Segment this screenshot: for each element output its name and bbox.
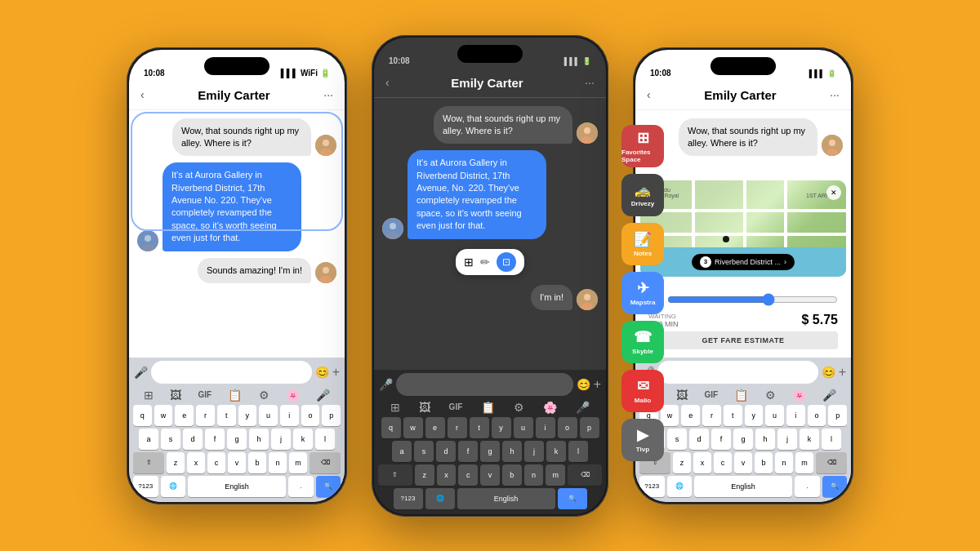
key-w-2[interactable]: w: [403, 417, 423, 438]
key-g-3[interactable]: g: [733, 429, 753, 450]
key-p-3[interactable]: p: [828, 405, 847, 426]
key-z[interactable]: z: [167, 452, 185, 473]
key-s[interactable]: s: [161, 429, 180, 450]
key-b-3[interactable]: b: [755, 452, 773, 473]
key-period-3[interactable]: .: [795, 476, 820, 497]
sticker-icon-2[interactable]: 🌸: [543, 401, 557, 414]
key-g-2[interactable]: g: [480, 441, 500, 462]
key-shift[interactable]: ⇧: [133, 452, 164, 473]
key-d-3[interactable]: d: [689, 429, 709, 450]
more-icon-2[interactable]: ···: [585, 76, 595, 89]
key-e-2[interactable]: e: [425, 417, 445, 438]
gif-icon-3[interactable]: GIF: [704, 390, 718, 399]
key-h-3[interactable]: h: [755, 429, 775, 450]
clip-icon-2[interactable]: 📋: [481, 401, 495, 414]
key-t[interactable]: t: [217, 405, 236, 426]
key-x-3[interactable]: x: [693, 452, 711, 473]
key-u-2[interactable]: u: [514, 417, 533, 438]
key-globe-3[interactable]: 🌐: [667, 476, 693, 497]
key-y-2[interactable]: y: [492, 417, 511, 438]
key-z-2[interactable]: z: [415, 464, 434, 486]
key-e[interactable]: e: [175, 405, 194, 426]
key-m-3[interactable]: m: [795, 452, 813, 473]
key-o-3[interactable]: o: [808, 405, 826, 426]
key-space-3[interactable]: English: [694, 476, 792, 497]
sticker-icon-3[interactable]: 🌸: [792, 389, 806, 402]
sticker-icon-1[interactable]: 🌸: [286, 389, 300, 402]
action-btn-clipboard[interactable]: ⊡: [497, 252, 516, 272]
mic-icon-2[interactable]: 🎤: [379, 378, 393, 391]
back-icon-1[interactable]: ‹: [140, 88, 145, 101]
mic2-icon-1[interactable]: 🎤: [316, 389, 330, 402]
key-v-3[interactable]: v: [734, 452, 752, 473]
key-delete-3[interactable]: ⌫: [816, 452, 847, 473]
key-v[interactable]: v: [228, 452, 246, 473]
back-icon-3[interactable]: ‹: [647, 88, 651, 101]
key-f[interactable]: f: [205, 429, 225, 450]
key-n-2[interactable]: n: [524, 464, 544, 486]
key-123-2[interactable]: ?123: [394, 488, 423, 509]
key-y-3[interactable]: y: [745, 405, 764, 426]
fare-slider[interactable]: [667, 293, 838, 306]
dock-skyble[interactable]: ☎ Skyble: [621, 321, 664, 363]
more-icon-1[interactable]: ···: [323, 88, 333, 101]
mic-icon-1[interactable]: 🎤: [134, 366, 148, 379]
gif-icon-1[interactable]: GIF: [198, 390, 212, 399]
key-delete[interactable]: ⌫: [310, 452, 341, 473]
dock-mapstra[interactable]: ✈ Mapstra: [621, 272, 664, 314]
fare-estimate-btn[interactable]: GET FARE ESTIMATE: [648, 331, 838, 349]
key-i-2[interactable]: i: [536, 417, 555, 438]
key-j[interactable]: j: [271, 429, 291, 450]
dock-malio[interactable]: ✉ Malio: [621, 370, 664, 412]
key-u-3[interactable]: u: [765, 405, 784, 426]
emoji-icon-1[interactable]: 😊: [315, 366, 329, 379]
key-globe[interactable]: 🌐: [161, 476, 186, 497]
key-f-3[interactable]: f: [711, 429, 731, 450]
key-x-2[interactable]: x: [437, 464, 457, 486]
key-v-2[interactable]: v: [480, 464, 500, 486]
key-p-2[interactable]: p: [580, 417, 599, 438]
key-r[interactable]: r: [196, 405, 215, 426]
action-btn-edit[interactable]: ✏: [480, 256, 490, 269]
action-btn-copy[interactable]: ⊞: [464, 256, 474, 269]
img-icon-1[interactable]: 🖼: [170, 389, 181, 402]
key-m-2[interactable]: m: [546, 464, 565, 486]
key-a-2[interactable]: a: [392, 441, 412, 462]
apps-icon-2[interactable]: ⊞: [390, 401, 400, 414]
key-i[interactable]: i: [280, 405, 299, 426]
key-l-2[interactable]: l: [568, 441, 588, 462]
key-y[interactable]: y: [238, 405, 257, 426]
key-shift-2[interactable]: ⇧: [378, 464, 412, 486]
key-m[interactable]: m: [289, 452, 307, 473]
key-k[interactable]: k: [293, 429, 313, 450]
key-o-2[interactable]: o: [558, 417, 577, 438]
key-c-2[interactable]: c: [458, 464, 478, 486]
add-icon-3[interactable]: +: [839, 365, 846, 380]
key-c-3[interactable]: c: [714, 452, 732, 473]
key-a[interactable]: a: [139, 429, 158, 450]
key-e-3[interactable]: e: [681, 405, 700, 426]
emoji-icon-3[interactable]: 😊: [822, 366, 835, 379]
key-l[interactable]: l: [315, 429, 335, 450]
dock-tivp[interactable]: ▶ Tivp: [621, 419, 664, 461]
chat-input-3[interactable]: [657, 361, 818, 384]
key-globe-2[interactable]: 🌐: [425, 488, 455, 509]
key-space[interactable]: English: [188, 476, 286, 497]
key-h-2[interactable]: h: [502, 441, 522, 462]
clip-icon-3[interactable]: 📋: [734, 389, 748, 402]
more-icon-3[interactable]: ···: [830, 88, 840, 101]
settings-icon-1[interactable]: ⚙: [259, 389, 270, 402]
key-l-3[interactable]: l: [822, 429, 841, 450]
key-c[interactable]: c: [207, 452, 225, 473]
key-123-3[interactable]: ?123: [639, 476, 665, 497]
key-w[interactable]: w: [154, 405, 173, 426]
key-period[interactable]: .: [288, 476, 314, 497]
key-space-2[interactable]: English: [457, 488, 555, 509]
key-r-2[interactable]: r: [448, 417, 467, 438]
key-d[interactable]: d: [183, 429, 203, 450]
key-search-2[interactable]: 🔍: [558, 488, 587, 509]
key-r-3[interactable]: r: [702, 405, 721, 426]
key-n-3[interactable]: n: [775, 452, 793, 473]
key-search[interactable]: 🔍: [316, 476, 341, 497]
key-q[interactable]: q: [133, 405, 152, 426]
